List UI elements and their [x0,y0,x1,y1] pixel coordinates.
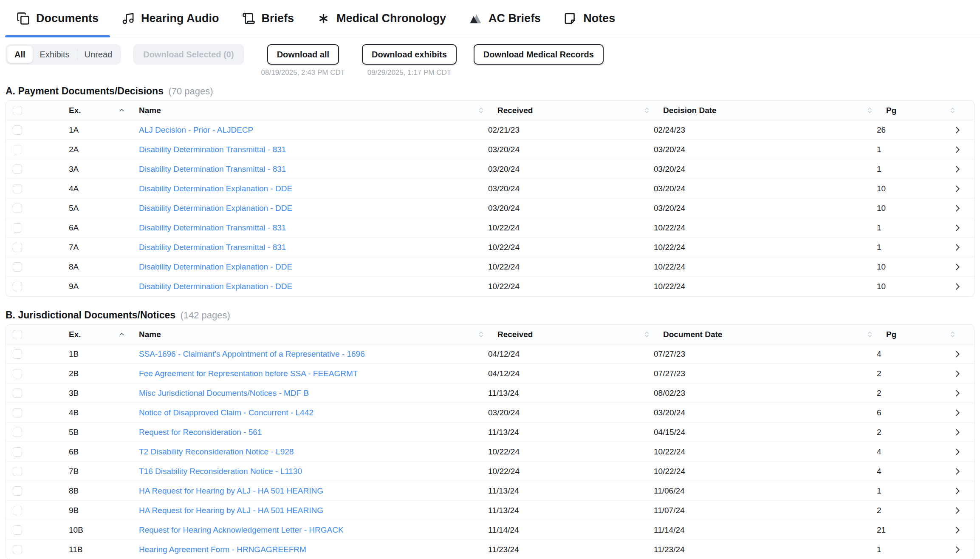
row-expand-chevron-icon[interactable] [953,204,962,213]
document-link[interactable]: Disability Determination Transmittal - 8… [139,145,286,154]
document-link[interactable]: ALJ Decision - Prior - ALJDECP [139,125,253,135]
document-link[interactable]: Request for Reconsideration - 561 [139,428,262,437]
row-expand-chevron-icon[interactable] [953,408,962,417]
received-date-cell: 03/20/24 [481,408,647,417]
received-date-cell: 10/22/24 [481,223,647,233]
row-expand-chevron-icon[interactable] [953,349,962,359]
row-checkbox[interactable] [13,223,22,233]
column-header-pg[interactable]: Pg [879,106,962,115]
row-checkbox[interactable] [13,486,22,496]
document-link[interactable]: Request for Hearing Acknowledgement Lett… [139,525,344,535]
document-link[interactable]: Disability Determination Transmittal - 8… [139,243,286,252]
document-link[interactable]: Notice of Disapproved Claim - Concurrent… [139,408,313,417]
column-header-received[interactable]: Received [491,330,656,339]
column-header-received[interactable]: Received [491,106,656,115]
row-checkbox[interactable] [13,282,22,291]
row-expand-chevron-icon[interactable] [953,223,962,233]
document-link[interactable]: SSA-1696 - Claimant's Appointment of a R… [139,349,365,359]
row-checkbox[interactable] [13,204,22,213]
document-link[interactable]: Disability Determination Explanation - D… [139,282,292,291]
row-expand-chevron-icon[interactable] [953,467,962,476]
table-header-row: Ex. Name Received Document Date Pg [6,325,974,344]
row-checkbox[interactable] [13,506,22,515]
download-exhibits-button[interactable]: Download exhibits [362,44,457,65]
row-checkbox[interactable] [13,467,22,476]
row-expand-chevron-icon[interactable] [953,389,962,398]
row-expand-chevron-icon[interactable] [953,125,962,135]
row-checkbox[interactable] [13,545,22,554]
row-checkbox[interactable] [13,165,22,174]
table-row: 7A Disability Determination Transmittal … [6,238,974,257]
row-expand-chevron-icon[interactable] [953,243,962,252]
column-header-name[interactable]: Name [131,106,491,115]
tab-documents[interactable]: Documents [5,0,110,37]
tab-notes[interactable]: Notes [552,0,627,37]
row-checkbox[interactable] [13,349,22,359]
received-date-cell: 11/13/24 [481,486,647,496]
column-header-decision-date[interactable]: Decision Date [656,106,879,115]
row-expand-chevron-icon[interactable] [953,525,962,535]
filter-all[interactable]: All [7,46,33,63]
document-link[interactable]: Misc Jurisdictional Documents/Notices - … [139,389,309,398]
table-row: 2B Fee Agreement for Representation befo… [6,364,974,383]
row-expand-chevron-icon[interactable] [953,262,962,272]
document-date-cell: 07/27/23 [647,369,870,378]
medical-asterisk-icon [317,12,330,25]
column-header-pg[interactable]: Pg [879,330,962,339]
row-expand-chevron-icon[interactable] [953,486,962,496]
row-expand-chevron-icon[interactable] [953,282,962,291]
filter-exhibits[interactable]: Exhibits [33,46,77,63]
document-link[interactable]: Disability Determination Transmittal - 8… [139,223,286,233]
row-expand-chevron-icon[interactable] [953,447,962,457]
download-selected-button[interactable]: Download Selected (0) [133,44,244,65]
row-expand-chevron-icon[interactable] [953,145,962,154]
select-all-checkbox[interactable] [13,106,22,115]
document-link[interactable]: T16 Disability Reconsideration Notice - … [139,467,302,476]
tab-ac-briefs[interactable]: AC Briefs [458,0,552,37]
row-checkbox[interactable] [13,369,22,378]
row-checkbox[interactable] [13,125,22,135]
column-header-ex[interactable]: Ex. [61,106,131,115]
exhibit-number-cell: 8A [61,262,131,272]
document-link[interactable]: Hearing Agreement Form - HRNGAGREEFRM [139,545,306,554]
document-link[interactable]: Fee Agreement for Representation before … [139,369,358,378]
column-header-name[interactable]: Name [131,330,491,339]
row-expand-chevron-icon[interactable] [953,428,962,437]
row-expand-chevron-icon[interactable] [953,545,962,554]
document-link[interactable]: Disability Determination Explanation - D… [139,184,292,193]
row-checkbox[interactable] [13,447,22,457]
document-link[interactable]: Disability Determination Transmittal - 8… [139,165,286,174]
tab-label: Documents [36,12,99,25]
row-checkbox[interactable] [13,525,22,535]
document-link[interactable]: HA Request for Hearing by ALJ - HA 501 H… [139,506,323,515]
row-expand-chevron-icon[interactable] [953,506,962,515]
tab-medical-chronology[interactable]: Medical Chronology [305,0,458,37]
row-expand-chevron-icon[interactable] [953,184,962,193]
row-checkbox[interactable] [13,145,22,154]
row-expand-chevron-icon[interactable] [953,369,962,378]
document-link[interactable]: HA Request for Hearing by ALJ - HA 501 H… [139,486,323,496]
row-checkbox[interactable] [13,243,22,252]
row-checkbox[interactable] [13,184,22,193]
select-all-checkbox[interactable] [13,330,22,339]
tab-briefs[interactable]: Briefs [231,0,306,37]
download-all-button[interactable]: Download all [267,44,339,65]
row-checkbox[interactable] [13,389,22,398]
filter-unread[interactable]: Unread [77,46,120,63]
music-note-icon [121,12,135,25]
document-link[interactable]: T2 Disability Reconsideration Notice - L… [139,447,294,457]
row-expand-chevron-icon[interactable] [953,165,962,174]
row-checkbox[interactable] [13,428,22,437]
document-date-cell: 10/22/24 [647,447,870,457]
column-header-document-date[interactable]: Document Date [656,330,879,339]
download-medical-records-button[interactable]: Download Medical Records [474,44,604,65]
table-row: 6B T2 Disability Reconsideration Notice … [6,442,974,462]
row-checkbox[interactable] [13,262,22,272]
document-link[interactable]: Disability Determination Explanation - D… [139,262,292,272]
document-link[interactable]: Disability Determination Explanation - D… [139,204,292,213]
tab-hearing-audio[interactable]: Hearing Audio [110,0,231,37]
tab-label: Hearing Audio [141,12,219,25]
filter-segmented-control: All Exhibits Unread [6,44,121,65]
column-header-ex[interactable]: Ex. [61,330,131,339]
row-checkbox[interactable] [13,408,22,417]
